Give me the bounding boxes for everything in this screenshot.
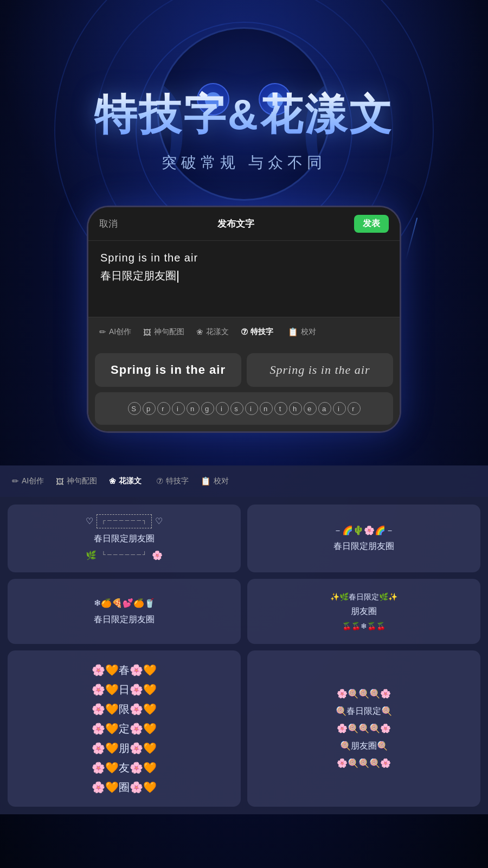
circle-s2: s [230, 402, 243, 415]
publish-title: 发布文字 [217, 218, 254, 230]
tab-check-label-1: 校对 [301, 327, 316, 337]
trick-icon-2: ⑦ [156, 476, 163, 486]
circle-p: p [143, 402, 156, 415]
toolbar-2: ✏ AI创作 🖼 神句配图 ❀ 花漾文 ⑦ 特技字 📋 校对 [0, 465, 488, 497]
tab-fancy-1[interactable]: ❀ 花漾文 [191, 324, 234, 340]
circle-h: h [289, 402, 302, 415]
img-icon-2: 🖼 [56, 477, 64, 486]
publish-button[interactable]: 发表 [354, 215, 389, 233]
circle-i2: i [216, 402, 229, 415]
fancy-card-5-text: 🌸🧡春🌸🧡 🌸🧡日🌸🧡 🌸🧡限🌸🧡 🌸🧡定🌸🧡 🌸🧡朋🌸🧡 🌸🧡友🌸🧡 🌸🧡圈🌸… [92, 660, 157, 797]
tab-trick-label-2: 特技字 [166, 476, 189, 486]
tab-ai-label-1: AI创作 [109, 327, 131, 337]
fancy-card-4-text: ✨🌿春日限定🌿✨ 朋友圈 🍒🍒❄🍒🍒 [330, 591, 397, 632]
check-icon-1: 📋 [288, 327, 298, 337]
hero-section: 特技字&花漾文 突破常规 与众不同 [0, 0, 488, 206]
italic-text: Spring is in the air [269, 363, 370, 377]
circle-r2: r [348, 402, 361, 415]
tab-check-label-2: 校对 [214, 476, 229, 486]
tab-match-img-2[interactable]: 🖼 神句配图 [50, 473, 102, 489]
fancy-card-5[interactable]: 🌸🧡春🌸🧡 🌸🧡日🌸🧡 🌸🧡限🌸🧡 🌸🧡定🌸🧡 🌸🧡朋🌸🧡 🌸🧡友🌸🧡 🌸🧡圈🌸… [8, 650, 241, 807]
phone-mockup-wrapper: 取消 发布文字 发表 Spring is in the air 春日限定朋友圈 … [0, 206, 488, 433]
phone-text-line1: Spring is in the air [100, 252, 388, 264]
fancy-card-4[interactable]: ✨🌿春日限定🌿✨ 朋友圈 🍒🍒❄🍒🍒 [247, 579, 480, 644]
trick-icon-1: ⑦ [241, 327, 248, 337]
tab-ai-create-1[interactable]: ✏ AI创作 [94, 324, 137, 340]
fancy-card-2-text: －🌈🌵🌸🌈－ 春日限定朋友圈 [333, 524, 394, 553]
fancy-icon-2: ❀ [109, 476, 116, 486]
fancy-card-1-text: ♡ ┌ ─ ─ ─ ─ ─ ─ ┐ ♡ 春日限定朋友圈 🌿 └ ─ ─ ─ ─ … [86, 514, 163, 563]
fancy-cards-grid: ♡ ┌ ─ ─ ─ ─ ─ ─ ┐ ♡ 春日限定朋友圈 🌿 └ ─ ─ ─ ─ … [0, 497, 488, 814]
fancy-card-3-text: ❄🍊🍕💕🍊🥤 春日限定朋友圈 [94, 596, 155, 626]
img-icon-1: 🖼 [143, 328, 151, 337]
fancy-icon-1: ❀ [196, 327, 203, 337]
circle-i3: i [245, 402, 258, 415]
style-options-panel: Spring is in the air Spring is in the ai… [88, 347, 400, 431]
tab-fancy-2[interactable]: ❀ 花漾文 [104, 473, 150, 489]
circle-e: e [304, 402, 317, 415]
phone-text-line2: 春日限定朋友圈 [100, 269, 388, 283]
circle-r: r [157, 402, 170, 415]
circle-text: S p r i n g i s i n t h e a i [127, 402, 361, 415]
second-panel: ✏ AI创作 🖼 神句配图 ❀ 花漾文 ⑦ 特技字 📋 校对 [0, 465, 488, 814]
tab-fancy-label-1: 花漾文 [206, 327, 229, 337]
toolbar-1: ✏ AI创作 🖼 神句配图 ❀ 花漾文 ⑦ 特技字 📋 [88, 317, 400, 347]
bold-text: Spring is in the air [111, 363, 226, 377]
circle-i4: i [333, 402, 346, 415]
phone-content-area[interactable]: Spring is in the air 春日限定朋友圈 [88, 241, 400, 317]
style-card-italic[interactable]: Spring is in the air [247, 353, 393, 387]
circle-g: g [201, 402, 214, 415]
fancy-card-3[interactable]: ❄🍊🍕💕🍊🥤 春日限定朋友圈 [8, 579, 241, 644]
text-cursor [177, 271, 178, 283]
check-icon-2: 📋 [201, 476, 211, 486]
tab-ai-label-2: AI创作 [22, 476, 44, 486]
fancy-card-2[interactable]: －🌈🌵🌸🌈－ 春日限定朋友圈 [247, 505, 480, 572]
tab-match-label-1: 神句配图 [154, 327, 184, 337]
fancy-card-6-text: 🌸🍭🍭🍭🌸 🍭春日限定🍭 🌸🍭🍭🍭🌸 🍭朋友圈🍭 🌸🍭🍭🍭🌸 [336, 685, 392, 772]
cancel-button[interactable]: 取消 [99, 218, 118, 230]
tab-fancy-label-2: 花漾文 [119, 476, 142, 486]
tab-check-2[interactable]: 📋 校对 [195, 473, 234, 489]
hero-subtitle: 突破常规 与众不同 [0, 152, 488, 173]
fancy-card-1[interactable]: ♡ ┌ ─ ─ ─ ─ ─ ─ ┐ ♡ 春日限定朋友圈 🌿 └ ─ ─ ─ ─ … [8, 505, 241, 572]
style-card-circle[interactable]: S p r i n g i s i n t h e a i [95, 392, 393, 425]
circle-a: a [318, 402, 331, 415]
circle-n2: n [260, 402, 273, 415]
ai-icon-2: ✏ [12, 476, 19, 486]
tab-match-img-1[interactable]: 🖼 神句配图 [138, 324, 190, 340]
tab-ai-create-2[interactable]: ✏ AI创作 [7, 473, 49, 489]
style-card-bold[interactable]: Spring is in the air [95, 353, 241, 387]
circle-t: t [274, 402, 287, 415]
tab-match-label-2: 神句配图 [67, 476, 97, 486]
fancy-card-6[interactable]: 🌸🍭🍭🍭🌸 🍭春日限定🍭 🌸🍭🍭🍭🌸 🍭朋友圈🍭 🌸🍭🍭🍭🌸 [247, 650, 480, 807]
circle-n: n [187, 402, 200, 415]
tab-trick-label-1: 特技字 [251, 327, 273, 337]
ai-icon-1: ✏ [99, 327, 106, 337]
circle-s: S [128, 402, 141, 415]
tab-trick-1[interactable]: ⑦ 特技字 [235, 324, 281, 340]
phone-mockup: 取消 发布文字 发表 Spring is in the air 春日限定朋友圈 … [87, 206, 401, 433]
tab-check-1[interactable]: 📋 校对 [282, 324, 322, 340]
circle-i1: i [172, 402, 185, 415]
tab-trick-2[interactable]: ⑦ 特技字 [151, 473, 194, 489]
phone-top-bar: 取消 发布文字 发表 [88, 207, 400, 241]
hero-title: 特技字&花漾文 [0, 87, 488, 144]
